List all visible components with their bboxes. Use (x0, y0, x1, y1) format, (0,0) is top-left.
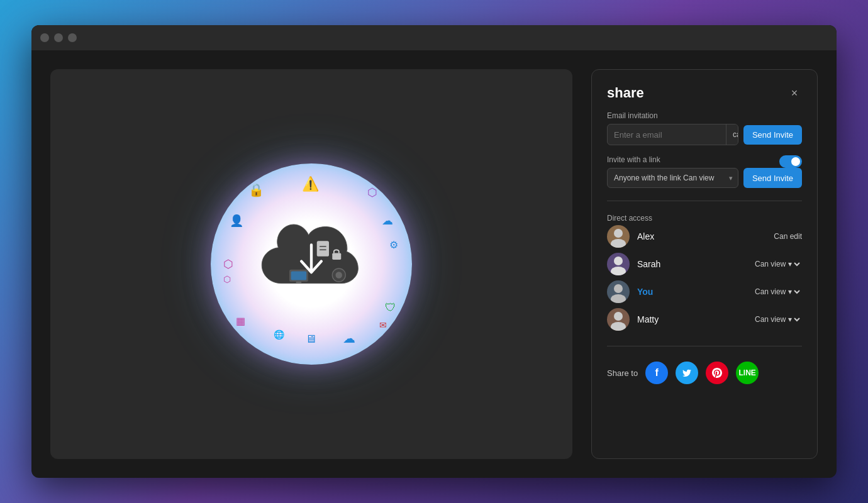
twitter-share-button[interactable] (676, 362, 698, 384)
hex-icon: ⬡ (223, 257, 233, 271)
svg-point-10 (614, 229, 623, 238)
email-section: Email invitation can view can edit Send … (607, 111, 802, 145)
hex2-icon: ⬡ (223, 274, 231, 284)
share-header: share × (607, 85, 802, 101)
avatar-sarah (607, 253, 630, 275)
email-permission-select[interactable]: can view can edit (726, 124, 738, 145)
cloud2-icon: ☁ (343, 331, 355, 346)
link-select-wrap: Anyone with the link Can view Anyone wit… (607, 168, 738, 188)
close-button[interactable]: × (787, 86, 802, 101)
cloud-icon: ☁ (382, 214, 393, 228)
titlebar (31, 25, 837, 50)
grid-icon: ▦ (236, 315, 245, 327)
user-icon: 👤 (230, 214, 243, 228)
user-row-matty: Matty Can view ▾ Can edit (607, 306, 802, 333)
perm-alex: Can edit (774, 232, 802, 241)
avatar-you (607, 280, 630, 303)
line-share-button[interactable]: LINE (736, 362, 759, 384)
email-row: can view can edit Send Invite (607, 124, 802, 145)
link-toggle[interactable] (779, 155, 802, 168)
email-input[interactable] (608, 125, 726, 145)
svg-point-11 (611, 239, 626, 248)
cloud-circle-graphic: 🔒 ⚠️ ⬡ 👤 ☁ ⬡ ⬡ ▦ 🌐 🖥 ☁ ✉ 🛡 ⚙ (211, 163, 412, 365)
user-row-alex: Alex Can edit (607, 223, 802, 250)
link-label: Invite with a link (607, 155, 660, 164)
user-row-sarah: Sarah Can view ▾ Can edit (607, 250, 802, 278)
user-name-you: You (637, 287, 745, 297)
link-permission-select[interactable]: Anyone with the link Can view Anyone wit… (608, 169, 738, 187)
link-toggle-row: Invite with a link (607, 155, 802, 168)
avatar-alex (607, 225, 630, 248)
share-title: share (607, 85, 644, 101)
content-area: 🔒 ⚠️ ⬡ 👤 ☁ ⬡ ⬡ ▦ 🌐 🖥 ☁ ✉ 🛡 ⚙ (31, 50, 837, 478)
preview-panel: 🔒 ⚠️ ⬡ 👤 ☁ ⬡ ⬡ ▦ 🌐 🖥 ☁ ✉ 🛡 ⚙ (50, 69, 572, 459)
warning-icon: ⚠️ (302, 176, 319, 192)
cloud3-icon: ⚙ (389, 239, 398, 251)
email-icon: ✉ (379, 320, 387, 330)
direct-access-section: Direct access Alex Can edit Sarah (607, 214, 802, 333)
svg-point-13 (611, 267, 626, 275)
lock-icon: 🔒 (248, 182, 264, 197)
send-invite-email-button[interactable]: Send Invite (743, 125, 802, 145)
svg-point-15 (611, 294, 626, 303)
divider-1 (607, 201, 802, 201)
svg-rect-4 (332, 253, 341, 260)
cloud-download-svg (255, 220, 368, 308)
link-section: Invite with a link Anyone with the link … (607, 155, 802, 188)
share-to-row: Share to f LINE (607, 362, 802, 384)
app-window: 🔒 ⚠️ ⬡ 👤 ☁ ⬡ ⬡ ▦ 🌐 🖥 ☁ ✉ 🛡 ⚙ (31, 25, 837, 478)
user-name-alex: Alex (637, 231, 766, 241)
minimize-traffic-light[interactable] (54, 33, 63, 42)
link-select-row: Anyone with the link Can view Anyone wit… (607, 168, 802, 188)
svg-point-14 (614, 284, 623, 293)
email-label: Email invitation (607, 111, 802, 120)
perm-select-sarah[interactable]: Can view ▾ Can edit (752, 259, 802, 269)
direct-access-label: Direct access (607, 214, 802, 223)
shield-icon: 🛡 (385, 301, 396, 314)
svg-point-17 (611, 322, 626, 331)
svg-rect-1 (317, 241, 329, 257)
perm-select-matty[interactable]: Can view ▾ Can edit (752, 314, 802, 324)
share-to-label: Share to (607, 368, 638, 378)
user-name-matty: Matty (637, 314, 745, 324)
svg-rect-6 (291, 271, 307, 280)
maximize-traffic-light[interactable] (68, 33, 77, 42)
avatar-matty (607, 308, 630, 331)
perm-select-you[interactable]: Can view ▾ Can edit (752, 287, 802, 297)
svg-point-16 (614, 312, 623, 321)
monitor-icon: 🖥 (305, 333, 316, 346)
close-traffic-light[interactable] (40, 33, 49, 42)
facebook-share-button[interactable]: f (645, 362, 668, 384)
email-input-wrap: can view can edit (607, 124, 738, 145)
share-panel: share × Email invitation can view can ed… (591, 69, 818, 459)
globe-icon: 🌐 (274, 329, 284, 340)
divider-2 (607, 346, 802, 346)
pinterest-share-button[interactable] (706, 362, 728, 384)
user-name-sarah: Sarah (637, 259, 745, 269)
svg-point-12 (614, 257, 623, 265)
svg-point-9 (336, 272, 343, 279)
user-row-you: You Can view ▾ Can edit (607, 278, 802, 306)
svg-rect-7 (296, 282, 302, 284)
send-invite-link-button[interactable]: Send Invite (743, 168, 802, 188)
settings-icon: ⬡ (367, 185, 377, 199)
